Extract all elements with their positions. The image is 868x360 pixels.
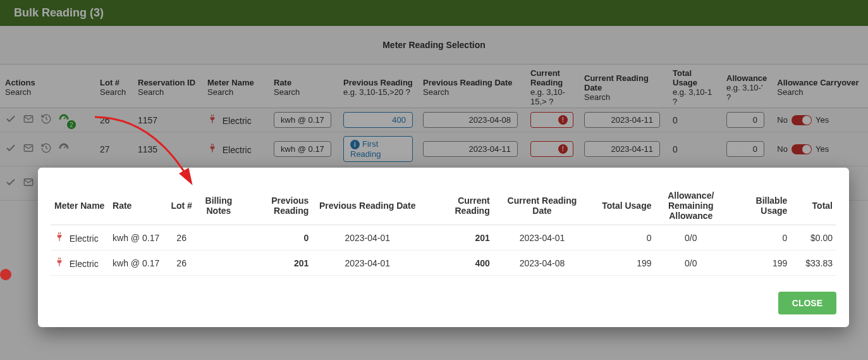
mcol-lot: Lot # xyxy=(167,187,196,225)
prev-date-cell: 2023-04-01 xyxy=(312,225,422,251)
mcol-currdate: Current Reading Date xyxy=(494,187,590,225)
notes-cell xyxy=(196,225,241,251)
plug-icon xyxy=(54,257,64,267)
reading-details-table: Meter Name Rate Lot # Billing Notes Prev… xyxy=(51,187,836,276)
meter-cell: Electric xyxy=(51,251,109,276)
focus-dot-icon xyxy=(0,269,11,280)
total-cell: $0.00 xyxy=(791,225,836,251)
total-cell: $33.83 xyxy=(791,251,836,276)
mcol-usage: Total Usage xyxy=(590,187,655,225)
curr-reading-cell: 400 xyxy=(422,251,494,276)
mcol-bill: Billable Usage xyxy=(726,187,791,225)
mcol-curr: Current Reading xyxy=(422,187,494,225)
lot-cell: 26 xyxy=(167,225,196,251)
prev-date-cell: 2023-04-01 xyxy=(312,251,422,276)
mcol-prevdate: Previous Reading Date xyxy=(312,187,422,225)
usage-cell: 199 xyxy=(590,251,655,276)
curr-date-cell: 2023-04-08 xyxy=(494,251,590,276)
rate-cell: kwh @ 0.17 xyxy=(109,251,167,276)
mcol-prev: Previous Reading xyxy=(241,187,313,225)
mcol-rate: Rate xyxy=(109,187,167,225)
billable-cell: 199 xyxy=(726,251,791,276)
mcol-total: Total xyxy=(791,187,836,225)
billable-cell: 0 xyxy=(726,225,791,251)
curr-date-cell: 2023-04-01 xyxy=(494,225,590,251)
allowance-cell: 0/0 xyxy=(655,251,726,276)
table-row: Electric kwh @ 0.17 26 201 2023-04-01 40… xyxy=(51,251,836,276)
prev-reading-cell: 0 xyxy=(241,225,313,251)
curr-reading-cell: 201 xyxy=(422,225,494,251)
rate-cell: kwh @ 0.17 xyxy=(109,225,167,251)
table-row: Electric kwh @ 0.17 26 0 2023-04-01 201 … xyxy=(51,225,836,251)
prev-reading-cell: 201 xyxy=(241,251,313,276)
notes-cell xyxy=(196,251,241,276)
lot-cell: 26 xyxy=(167,251,196,276)
allowance-cell: 0/0 xyxy=(655,225,726,251)
plug-icon xyxy=(54,232,64,242)
reading-details-modal: Meter Name Rate Lot # Billing Notes Prev… xyxy=(38,168,849,327)
usage-cell: 0 xyxy=(590,225,655,251)
mcol-meter: Meter Name xyxy=(51,187,109,225)
mcol-allow: Allowance/ Remaining Allowance xyxy=(655,187,726,225)
mcol-notes: Billing Notes xyxy=(196,187,241,225)
close-button[interactable]: CLOSE xyxy=(778,292,836,314)
meter-cell: Electric xyxy=(51,225,109,251)
